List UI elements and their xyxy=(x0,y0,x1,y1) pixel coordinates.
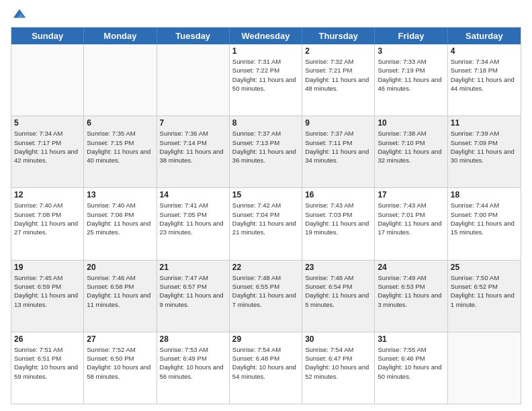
day-info: Sunrise: 7:44 AMSunset: 7:00 PMDaylight:… xyxy=(451,201,518,236)
cal-cell: 3Sunrise: 7:33 AMSunset: 7:19 PMDaylight… xyxy=(375,44,447,116)
day-info: Sunrise: 7:45 AMSunset: 6:59 PMDaylight:… xyxy=(14,273,81,309)
day-info: Sunrise: 7:43 AMSunset: 7:03 PMDaylight:… xyxy=(305,201,371,236)
cal-week-1: 1Sunrise: 7:31 AMSunset: 7:22 PMDaylight… xyxy=(11,44,521,116)
cal-cell: 9Sunrise: 7:37 AMSunset: 7:11 PMDaylight… xyxy=(302,116,375,187)
cal-cell: 1Sunrise: 7:31 AMSunset: 7:22 PMDaylight… xyxy=(230,44,302,116)
day-info: Sunrise: 7:42 AMSunset: 7:04 PMDaylight:… xyxy=(232,201,299,236)
day-number: 25 xyxy=(451,263,518,272)
day-info: Sunrise: 7:49 AMSunset: 6:53 PMDaylight:… xyxy=(378,273,444,309)
cal-header-friday: Friday xyxy=(375,28,447,44)
day-number: 20 xyxy=(87,263,153,272)
day-number: 17 xyxy=(378,190,444,199)
day-info: Sunrise: 7:36 AMSunset: 7:14 PMDaylight:… xyxy=(160,129,226,165)
cal-cell: 22Sunrise: 7:48 AMSunset: 6:55 PMDayligh… xyxy=(230,261,302,332)
day-number: 22 xyxy=(232,263,299,272)
day-info: Sunrise: 7:55 AMSunset: 6:46 PMDaylight:… xyxy=(378,345,444,381)
cal-cell xyxy=(157,44,230,116)
cal-header-thursday: Thursday xyxy=(302,28,375,44)
cal-cell: 17Sunrise: 7:43 AMSunset: 7:01 PMDayligh… xyxy=(375,188,447,259)
day-info: Sunrise: 7:39 AMSunset: 7:09 PMDaylight:… xyxy=(451,129,518,165)
day-number: 8 xyxy=(232,118,299,128)
cal-cell: 31Sunrise: 7:55 AMSunset: 6:46 PMDayligh… xyxy=(375,332,447,404)
cal-cell: 25Sunrise: 7:50 AMSunset: 6:52 PMDayligh… xyxy=(448,261,521,332)
day-info: Sunrise: 7:53 AMSunset: 6:49 PMDaylight:… xyxy=(160,345,226,381)
cal-cell: 15Sunrise: 7:42 AMSunset: 7:04 PMDayligh… xyxy=(230,188,302,259)
day-number: 18 xyxy=(451,190,518,199)
cal-cell: 7Sunrise: 7:36 AMSunset: 7:14 PMDaylight… xyxy=(157,116,230,187)
day-info: Sunrise: 7:37 AMSunset: 7:11 PMDaylight:… xyxy=(305,129,371,165)
day-number: 24 xyxy=(378,263,444,272)
cal-header-sunday: Sunday xyxy=(11,28,84,44)
cal-header-saturday: Saturday xyxy=(448,28,521,44)
cal-cell: 11Sunrise: 7:39 AMSunset: 7:09 PMDayligh… xyxy=(448,116,521,187)
day-number: 10 xyxy=(378,118,444,128)
day-number: 13 xyxy=(87,190,153,199)
day-info: Sunrise: 7:33 AMSunset: 7:19 PMDaylight:… xyxy=(378,57,444,93)
day-number: 15 xyxy=(232,190,299,199)
cal-cell: 24Sunrise: 7:49 AMSunset: 6:53 PMDayligh… xyxy=(375,261,447,332)
cal-cell: 4Sunrise: 7:34 AMSunset: 7:18 PMDaylight… xyxy=(448,44,521,116)
day-number: 30 xyxy=(305,334,371,344)
page: SundayMondayTuesdayWednesdayThursdayFrid… xyxy=(0,0,532,411)
day-number: 14 xyxy=(160,190,226,199)
cal-cell: 8Sunrise: 7:37 AMSunset: 7:13 PMDaylight… xyxy=(230,116,302,187)
cal-week-5: 26Sunrise: 7:51 AMSunset: 6:51 PMDayligh… xyxy=(11,332,521,404)
cal-week-4: 19Sunrise: 7:45 AMSunset: 6:59 PMDayligh… xyxy=(11,261,521,332)
day-info: Sunrise: 7:54 AMSunset: 6:47 PMDaylight:… xyxy=(305,345,371,381)
logo xyxy=(11,8,27,21)
day-info: Sunrise: 7:48 AMSunset: 6:54 PMDaylight:… xyxy=(305,273,371,309)
day-number: 2 xyxy=(305,46,371,56)
cal-cell: 21Sunrise: 7:47 AMSunset: 6:57 PMDayligh… xyxy=(157,261,230,332)
day-number: 29 xyxy=(232,334,299,344)
cal-cell: 27Sunrise: 7:52 AMSunset: 6:50 PMDayligh… xyxy=(84,332,157,404)
day-info: Sunrise: 7:47 AMSunset: 6:57 PMDaylight:… xyxy=(160,273,226,309)
day-info: Sunrise: 7:48 AMSunset: 6:55 PMDaylight:… xyxy=(232,273,299,309)
header xyxy=(11,8,521,21)
day-info: Sunrise: 7:51 AMSunset: 6:51 PMDaylight:… xyxy=(14,345,81,381)
cal-cell: 6Sunrise: 7:35 AMSunset: 7:15 PMDaylight… xyxy=(84,116,157,187)
day-info: Sunrise: 7:37 AMSunset: 7:13 PMDaylight:… xyxy=(232,129,299,165)
day-info: Sunrise: 7:52 AMSunset: 6:50 PMDaylight:… xyxy=(87,345,153,381)
cal-header-wednesday: Wednesday xyxy=(230,28,302,44)
day-info: Sunrise: 7:32 AMSunset: 7:21 PMDaylight:… xyxy=(305,57,371,93)
calendar-header: SundayMondayTuesdayWednesdayThursdayFrid… xyxy=(11,28,521,44)
cal-header-tuesday: Tuesday xyxy=(157,28,230,44)
cal-cell: 14Sunrise: 7:41 AMSunset: 7:05 PMDayligh… xyxy=(157,188,230,259)
cal-week-3: 12Sunrise: 7:40 AMSunset: 7:08 PMDayligh… xyxy=(11,188,521,260)
cal-cell: 30Sunrise: 7:54 AMSunset: 6:47 PMDayligh… xyxy=(302,332,375,404)
cal-cell: 29Sunrise: 7:54 AMSunset: 6:48 PMDayligh… xyxy=(230,332,302,404)
day-number: 21 xyxy=(160,263,226,272)
cal-cell: 19Sunrise: 7:45 AMSunset: 6:59 PMDayligh… xyxy=(11,261,84,332)
cal-cell: 16Sunrise: 7:43 AMSunset: 7:03 PMDayligh… xyxy=(302,188,375,259)
day-number: 23 xyxy=(305,263,371,272)
day-number: 27 xyxy=(87,334,153,344)
day-info: Sunrise: 7:46 AMSunset: 6:58 PMDaylight:… xyxy=(87,273,153,309)
cal-cell: 13Sunrise: 7:40 AMSunset: 7:06 PMDayligh… xyxy=(84,188,157,259)
day-number: 1 xyxy=(232,46,299,56)
day-number: 19 xyxy=(14,263,81,272)
day-info: Sunrise: 7:38 AMSunset: 7:10 PMDaylight:… xyxy=(378,129,444,165)
day-number: 28 xyxy=(160,334,226,344)
cal-cell: 12Sunrise: 7:40 AMSunset: 7:08 PMDayligh… xyxy=(11,188,84,259)
day-info: Sunrise: 7:34 AMSunset: 7:18 PMDaylight:… xyxy=(451,57,518,93)
day-number: 11 xyxy=(451,118,518,128)
cal-cell xyxy=(11,44,84,116)
cal-cell xyxy=(84,44,157,116)
day-number: 3 xyxy=(378,46,444,56)
day-number: 5 xyxy=(14,118,81,128)
logo-icon xyxy=(12,7,27,21)
day-number: 26 xyxy=(14,334,81,344)
day-info: Sunrise: 7:34 AMSunset: 7:17 PMDaylight:… xyxy=(14,129,81,165)
day-number: 9 xyxy=(305,118,371,128)
day-info: Sunrise: 7:40 AMSunset: 7:06 PMDaylight:… xyxy=(87,201,153,236)
cal-cell: 28Sunrise: 7:53 AMSunset: 6:49 PMDayligh… xyxy=(157,332,230,404)
day-number: 7 xyxy=(160,118,226,128)
day-info: Sunrise: 7:41 AMSunset: 7:05 PMDaylight:… xyxy=(160,201,226,236)
cal-cell: 2Sunrise: 7:32 AMSunset: 7:21 PMDaylight… xyxy=(302,44,375,116)
day-number: 31 xyxy=(378,334,444,344)
cal-week-2: 5Sunrise: 7:34 AMSunset: 7:17 PMDaylight… xyxy=(11,116,521,188)
day-info: Sunrise: 7:40 AMSunset: 7:08 PMDaylight:… xyxy=(14,201,81,236)
day-info: Sunrise: 7:31 AMSunset: 7:22 PMDaylight:… xyxy=(232,57,299,93)
day-info: Sunrise: 7:43 AMSunset: 7:01 PMDaylight:… xyxy=(378,201,444,236)
cal-cell: 18Sunrise: 7:44 AMSunset: 7:00 PMDayligh… xyxy=(448,188,521,259)
